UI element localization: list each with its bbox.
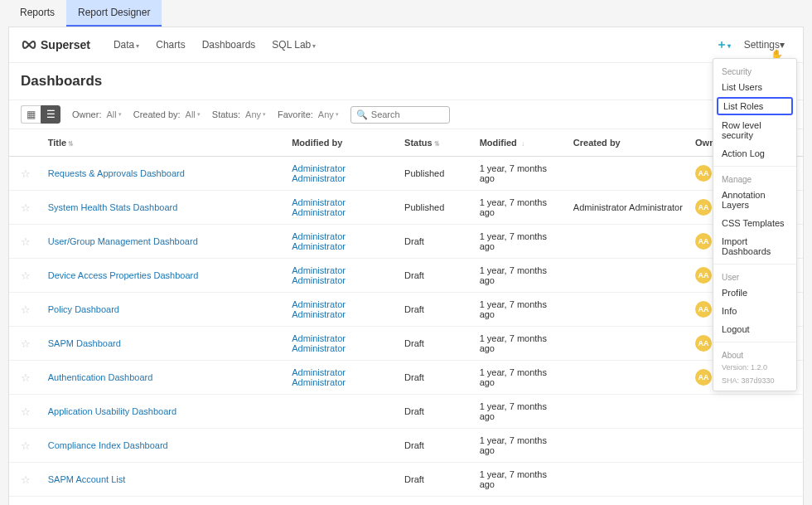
star-icon[interactable]: ☆ xyxy=(21,337,31,350)
col-created-by[interactable]: Created by xyxy=(568,129,690,157)
modified-cell: 1 year, 7 months ago xyxy=(475,429,568,463)
chevron-down-icon: ▾ xyxy=(336,111,339,118)
status-cell: Draft xyxy=(399,429,475,463)
star-icon[interactable]: ☆ xyxy=(21,269,31,282)
sort-icon: ⇅ xyxy=(68,140,74,148)
owner-avatar[interactable]: AA xyxy=(695,335,712,352)
infinity-icon xyxy=(21,40,37,50)
star-icon[interactable]: ☆ xyxy=(21,371,31,384)
star-icon[interactable]: ☆ xyxy=(21,236,31,248)
modified-cell: 1 year, 7 months ago xyxy=(475,361,568,395)
sort-icon: ⇅ xyxy=(434,140,440,148)
list-icon: ☰ xyxy=(46,109,56,120)
dashboards-table: Title⇅ Modified by Status⇅ Modified ↓ Cr… xyxy=(9,129,803,505)
status-cell: Draft xyxy=(399,293,475,327)
dashboard-title-link[interactable]: System Health Stats Dashboard xyxy=(48,202,178,212)
filter-status[interactable]: Status: Any ▾ xyxy=(212,109,266,119)
col-modified[interactable]: Modified ↓ xyxy=(475,129,568,157)
modified-by-link[interactable]: Administrator Administrator xyxy=(292,197,346,217)
dashboard-title-link[interactable]: Policy Dashboard xyxy=(48,304,119,314)
dashboard-title-link[interactable]: User/Group Management Dashboard xyxy=(48,236,198,246)
table-row: ☆Compliance Index DashboardDraft1 year, … xyxy=(9,429,803,463)
created-by-cell xyxy=(568,293,690,327)
col-status[interactable]: Status⇅ xyxy=(399,129,475,157)
status-cell: Draft xyxy=(399,395,475,429)
search-box: 🔍 xyxy=(350,106,450,124)
modified-by-link[interactable]: Administrator Administrator xyxy=(292,231,346,251)
star-icon[interactable]: ☆ xyxy=(21,473,31,486)
menu-annotation-layers[interactable]: Annotation Layers xyxy=(713,186,796,214)
chevron-down-icon: ▾ xyxy=(197,111,201,118)
nav-sqllab[interactable]: SQL Lab▾ xyxy=(263,36,324,54)
created-by-cell: Administrator Administrator xyxy=(568,191,690,225)
dashboard-title-link[interactable]: Compliance Index Dashboard xyxy=(48,440,168,450)
table-row: ☆Authentication DashboardAdministrator A… xyxy=(9,361,803,395)
search-input[interactable] xyxy=(371,109,446,119)
owner-avatar[interactable]: AA xyxy=(695,369,712,386)
menu-list-roles[interactable]: List Roles xyxy=(717,97,793,115)
owner-avatar[interactable]: AA xyxy=(695,199,712,216)
sort-down-icon: ↓ xyxy=(521,140,524,148)
filter-bar: ▦ ☰ Owner: All ▾ Created by: All ▾ Statu… xyxy=(9,100,803,129)
modified-by-link[interactable]: Administrator Administrator xyxy=(292,265,346,285)
modified-by-link[interactable]: Administrator Administrator xyxy=(292,163,346,183)
dashboard-title-link[interactable]: Authentication Dashboard xyxy=(48,372,153,382)
star-icon[interactable]: ☆ xyxy=(21,168,31,180)
owner-avatar[interactable]: AA xyxy=(695,165,712,182)
menu-row-level-security[interactable]: Row level security xyxy=(713,116,796,144)
star-icon[interactable]: ☆ xyxy=(21,405,31,418)
owner-avatar[interactable]: AA xyxy=(695,301,712,318)
dashboard-title-link[interactable]: SAPM Account List xyxy=(48,474,126,484)
tab-report-designer[interactable]: Report Designer xyxy=(66,0,162,27)
filter-favorite[interactable]: Favorite: Any ▾ xyxy=(278,109,339,119)
search-icon: 🔍 xyxy=(356,109,368,120)
filter-createdby[interactable]: Created by: All ▾ xyxy=(133,109,201,119)
modified-cell: 1 year, 7 months ago xyxy=(475,463,568,497)
menu-logout[interactable]: Logout xyxy=(713,320,796,338)
star-icon[interactable]: ☆ xyxy=(21,439,31,452)
table-row: ☆System Health Stats DashboardAdministra… xyxy=(9,191,803,225)
table-row: ☆Requests & Approvals DashboardAdministr… xyxy=(9,157,803,191)
about-version: Version: 1.2.0 xyxy=(713,362,796,375)
tab-reports[interactable]: Reports xyxy=(8,0,66,27)
dashboard-title-link[interactable]: SAPM Dashboard xyxy=(48,338,121,348)
menu-list-users[interactable]: List Users xyxy=(713,78,796,96)
grid-view-button[interactable]: ▦ xyxy=(21,105,41,124)
created-by-cell xyxy=(568,225,690,259)
star-icon[interactable]: ☆ xyxy=(21,202,31,214)
star-icon[interactable]: ☆ xyxy=(21,303,31,316)
col-modified-by[interactable]: Modified by xyxy=(287,129,399,157)
nav-data[interactable]: Data▾ xyxy=(105,36,147,54)
nav-charts[interactable]: Charts xyxy=(147,36,193,54)
modified-cell: 1 year, 7 months ago xyxy=(475,293,568,327)
menu-css-templates[interactable]: CSS Templates xyxy=(713,214,796,232)
table-row: ☆Application Usability DashboardDraft1 y… xyxy=(9,395,803,429)
menu-info[interactable]: Info xyxy=(713,302,796,320)
status-cell: Draft xyxy=(399,225,475,259)
menu-import-dashboards[interactable]: Import Dashboards xyxy=(713,232,796,260)
filter-owner[interactable]: Owner: All ▾ xyxy=(72,109,122,119)
about-sha: SHA: 387d9330 xyxy=(713,375,796,388)
dashboard-title-link[interactable]: Application Usability Dashboard xyxy=(48,406,176,416)
created-by-cell xyxy=(568,497,690,506)
menu-action-log[interactable]: Action Log xyxy=(713,144,796,163)
owner-avatar[interactable]: AA xyxy=(695,233,712,250)
menu-profile[interactable]: Profile xyxy=(713,284,796,302)
modified-by-link[interactable]: Administrator Administrator xyxy=(292,299,346,319)
dashboard-title-link[interactable]: Requests & Approvals Dashboard xyxy=(48,168,185,178)
divider xyxy=(713,264,796,265)
settings-menu[interactable]: Settings▾ xyxy=(737,36,791,54)
dashboard-title-link[interactable]: Device Access Properties Dashboard xyxy=(48,270,199,280)
nav-dashboards[interactable]: Dashboards xyxy=(194,36,264,54)
list-view-button[interactable]: ☰ xyxy=(41,105,60,124)
modified-by-link[interactable]: Administrator Administrator xyxy=(292,367,346,387)
app-frame: Superset Data▾ Charts Dashboards SQL Lab… xyxy=(8,27,804,505)
dd-section-about: About xyxy=(713,346,796,362)
col-title[interactable]: Title⇅ xyxy=(43,129,287,157)
add-button[interactable]: ＋▾ xyxy=(709,34,737,56)
brand-logo[interactable]: Superset xyxy=(21,38,90,51)
status-cell: Draft xyxy=(399,327,475,361)
modified-by-link[interactable]: Administrator Administrator xyxy=(292,333,346,353)
created-by-cell xyxy=(568,361,690,395)
owner-avatar[interactable]: AA xyxy=(695,267,712,284)
